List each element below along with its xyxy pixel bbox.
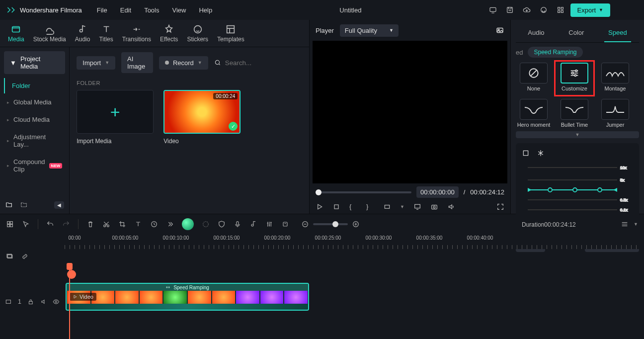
ai-image-button[interactable]: AI Image: [121, 52, 153, 73]
fullscreen-icon[interactable]: [496, 203, 504, 211]
tool-tabs: Media Stock Media Audio Titles Transitio…: [0, 20, 309, 47]
crop-ratio-icon[interactable]: [383, 203, 391, 211]
text-icon[interactable]: [134, 220, 142, 228]
speed-ramping-pill[interactable]: Speed Ramping: [528, 47, 582, 58]
svg-rect-14: [334, 205, 338, 209]
svg-point-21: [572, 72, 574, 74]
track-add-icon[interactable]: [6, 253, 14, 260]
timeline-ruler[interactable]: 00:00 00:00:05:00 00:00:10:00 00:00:15:0…: [0, 234, 644, 249]
sidebar-folder[interactable]: Folder: [4, 78, 69, 93]
import-media-tile[interactable]: + Import Media: [77, 90, 154, 145]
inspector-tab-color[interactable]: Color: [564, 24, 588, 42]
sidebar-project-media[interactable]: ▼Project Media: [4, 51, 65, 74]
sidebar-adjustment-layer[interactable]: ▸Adjustment Lay...: [0, 128, 69, 153]
svg-rect-39: [10, 222, 13, 224]
preview-viewport[interactable]: [313, 41, 507, 183]
svg-rect-8: [12, 27, 20, 32]
menu-view[interactable]: View: [172, 6, 186, 14]
tab-stickers[interactable]: Stickers: [187, 24, 208, 47]
tab-transitions[interactable]: Transitions: [122, 24, 151, 47]
layout-icon[interactable]: [6, 220, 14, 228]
color-wheel-icon[interactable]: [202, 220, 210, 228]
music-note-icon[interactable]: [249, 220, 257, 228]
undo-icon[interactable]: [46, 220, 54, 228]
apps-icon[interactable]: [557, 6, 564, 14]
play-icon[interactable]: [316, 203, 323, 211]
camera-icon[interactable]: [430, 203, 438, 211]
record-button[interactable]: Record▼: [159, 56, 208, 70]
zoom-slider[interactable]: [313, 223, 348, 225]
zoom-in-icon[interactable]: [352, 220, 360, 228]
support-icon[interactable]: [540, 6, 548, 14]
cloud-icon[interactable]: [523, 6, 531, 14]
inspector-tab-audio[interactable]: Audio: [524, 24, 548, 42]
sidebar-cloud-media[interactable]: ▸Cloud Media: [0, 111, 69, 128]
collapse-sidebar-icon[interactable]: ◀: [54, 201, 64, 209]
snapshot-icon[interactable]: [495, 26, 504, 35]
menu-help[interactable]: Help: [199, 6, 212, 14]
inspector-tab-speed[interactable]: Speed: [604, 24, 631, 42]
sidebar-global-media[interactable]: ▸Global Media: [0, 93, 69, 111]
sidebar-compound-clip[interactable]: ▸Compound ClipNEW: [0, 153, 69, 178]
new-folder-icon[interactable]: [5, 201, 13, 209]
seek-bar[interactable]: [316, 191, 411, 193]
mark-in-icon[interactable]: {: [349, 203, 357, 211]
media-content: Import▼ AI Image Record▼ ••• FOLDER + Im…: [70, 47, 340, 214]
display-icon[interactable]: [413, 203, 421, 211]
link-icon[interactable]: [21, 253, 29, 260]
more-tools-icon[interactable]: [166, 220, 174, 228]
stop-icon[interactable]: [332, 203, 340, 211]
ai-avatar-icon[interactable]: [182, 218, 194, 230]
preset-bullet-time[interactable]: Bullet Time: [557, 99, 592, 128]
quality-select[interactable]: Full Quality▼: [340, 24, 399, 37]
video-clip[interactable]: Speed Ramping Video: [66, 283, 309, 311]
cut-icon[interactable]: [102, 220, 110, 228]
playhead[interactable]: [69, 264, 70, 339]
menu-edit[interactable]: Edit: [120, 6, 131, 14]
crop-icon[interactable]: [118, 220, 126, 228]
delete-icon[interactable]: [86, 220, 94, 228]
mixer-icon[interactable]: [265, 220, 273, 228]
tab-stock-media[interactable]: Stock Media: [33, 24, 66, 47]
lock-icon[interactable]: [27, 298, 34, 305]
search-input[interactable]: [225, 59, 309, 67]
shield-icon[interactable]: [218, 220, 226, 228]
save-icon[interactable]: [506, 6, 514, 14]
mic-icon[interactable]: [234, 220, 242, 228]
speed-icon[interactable]: [150, 220, 158, 228]
menu-file[interactable]: File: [97, 6, 107, 14]
tab-effects[interactable]: Effects: [160, 24, 178, 47]
preset-customize[interactable]: Customize: [557, 63, 592, 94]
track-height-icon[interactable]: [621, 220, 629, 228]
redo-icon[interactable]: [62, 220, 70, 228]
video-clip-tile[interactable]: 00:00:24 ✓ Video: [163, 90, 241, 145]
svg-rect-23: [523, 151, 528, 156]
mark-out-icon[interactable]: }: [366, 203, 374, 211]
tab-audio[interactable]: Audio: [75, 24, 90, 47]
export-button[interactable]: Export ▼: [570, 3, 611, 17]
menu-tools[interactable]: Tools: [144, 6, 159, 14]
tab-media[interactable]: Media: [8, 24, 24, 47]
timeline-marker[interactable]: [67, 270, 76, 279]
import-button[interactable]: Import▼: [77, 56, 115, 70]
preset-jumper[interactable]: Jumper: [597, 99, 633, 128]
device-icon[interactable]: [489, 6, 497, 14]
preset-montage[interactable]: Montage: [597, 63, 633, 94]
tab-templates[interactable]: Templates: [217, 24, 244, 47]
freeze-frame-icon[interactable]: [537, 149, 545, 157]
visibility-icon[interactable]: [53, 298, 60, 305]
app-logo-icon: [6, 5, 16, 15]
svg-rect-46: [237, 222, 239, 225]
folder-icon[interactable]: [20, 201, 28, 209]
grid-toggle-icon[interactable]: [522, 149, 530, 157]
preset-none[interactable]: None: [516, 63, 552, 94]
marker-icon[interactable]: [281, 220, 289, 228]
zoom-out-icon[interactable]: [301, 220, 309, 228]
preset-hero-moment[interactable]: Hero moment: [516, 99, 552, 128]
mute-icon[interactable]: [40, 298, 47, 305]
folder-section-label: FOLDER: [77, 80, 333, 86]
more-presets-toggle[interactable]: ▼: [516, 131, 639, 138]
cursor-icon[interactable]: [22, 220, 30, 228]
volume-icon[interactable]: [447, 203, 455, 211]
tab-titles[interactable]: Titles: [99, 24, 113, 47]
